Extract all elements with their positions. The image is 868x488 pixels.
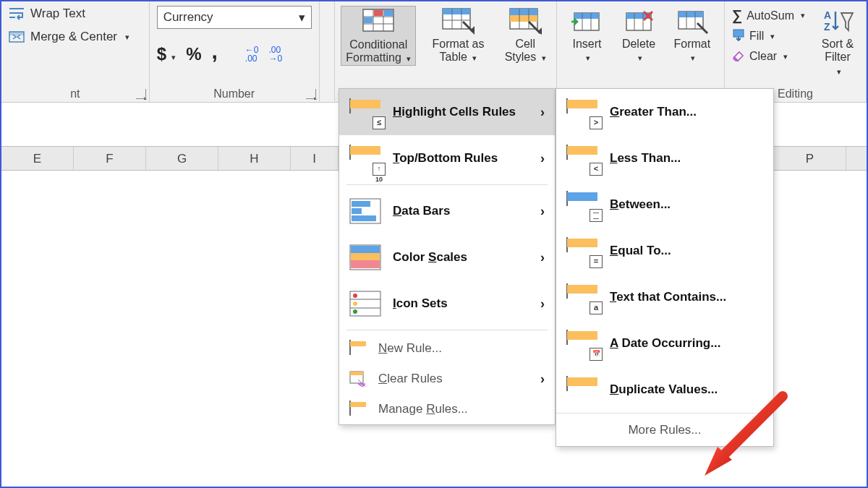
menu-item-between[interactable]: —— Between... xyxy=(556,181,773,228)
chevron-down-icon: ▾ xyxy=(783,52,788,61)
clear-button[interactable]: Clear ▾ xyxy=(732,48,805,64)
chevron-down-icon: ▾ xyxy=(770,32,775,41)
greater-than-icon: > xyxy=(566,99,598,125)
chevron-down-icon: ▾ xyxy=(638,53,642,62)
group-label-alignment: nt xyxy=(1,87,149,100)
format-as-table-button[interactable]: Format as Table ▾ xyxy=(427,6,488,64)
chevron-right-icon: › xyxy=(540,204,545,219)
column-header[interactable]: P xyxy=(774,147,846,170)
sort-filter-button[interactable]: AZ Sort & Filter ▾ xyxy=(817,6,859,77)
svg-rect-19 xyxy=(510,9,537,15)
top-bottom-icon: ↑10 xyxy=(349,145,381,171)
wrap-text-button[interactable]: Wrap Text xyxy=(9,6,85,22)
column-header[interactable]: E xyxy=(1,147,74,170)
column-header[interactable]: G xyxy=(146,147,218,170)
menu-item-new-rule[interactable]: New Rule... xyxy=(339,333,555,364)
svg-rect-1 xyxy=(9,12,20,14)
svg-rect-40 xyxy=(352,208,362,214)
chevron-right-icon: › xyxy=(540,250,545,265)
number-format-value: Currency xyxy=(163,10,213,25)
number-format-combo[interactable]: Currency ▾ xyxy=(157,6,312,29)
merge-center-label: Merge & Center xyxy=(30,30,117,44)
svg-rect-24 xyxy=(574,13,599,19)
accounting-format-button[interactable]: $ ▾ xyxy=(157,44,176,64)
clear-rules-icon xyxy=(349,371,367,387)
increase-decimal-button[interactable]: ←0.00 xyxy=(245,46,259,63)
svg-rect-2 xyxy=(9,17,15,18)
menu-item-clear-rules[interactable]: Clear Rules › xyxy=(339,364,555,394)
wrap-text-icon xyxy=(9,6,25,22)
highlight-cells-submenu: > Greater Than... < Less Than... —— Betw… xyxy=(556,88,774,447)
menu-item-top-bottom-rules[interactable]: ↑10 Top/Bottom Rules › xyxy=(339,135,555,181)
menu-item-manage-rules[interactable]: Manage Rules... xyxy=(339,394,555,424)
svg-rect-43 xyxy=(351,246,380,253)
decrease-decimal-button[interactable]: .00→0 xyxy=(269,46,283,63)
group-alignment: Wrap Text Merge & Center ▾ nt xyxy=(1,1,150,102)
column-header[interactable]: F xyxy=(74,147,146,170)
between-icon: —— xyxy=(566,192,598,218)
conditional-formatting-button[interactable]: Conditional Formatting ▾ xyxy=(341,6,416,66)
data-bars-icon xyxy=(349,198,381,224)
svg-point-49 xyxy=(353,294,357,298)
duplicate-values-icon xyxy=(566,377,598,403)
format-button[interactable]: Format ▾ xyxy=(670,6,715,64)
column-header[interactable]: H xyxy=(218,147,291,170)
insert-cells-icon xyxy=(570,7,603,35)
autosum-button[interactable]: ∑ AutoSum ▾ xyxy=(732,7,805,24)
menu-item-data-bars[interactable]: Data Bars › xyxy=(339,188,555,234)
group-styles: Conditional Formatting ▾ Format as Table… xyxy=(335,1,557,102)
date-occurring-icon: 📅 xyxy=(566,330,598,356)
svg-rect-11 xyxy=(364,17,373,23)
manage-rules-icon xyxy=(349,401,367,417)
delete-cells-icon xyxy=(622,7,655,35)
svg-text:Z: Z xyxy=(824,21,830,33)
svg-rect-39 xyxy=(352,201,370,207)
fill-button[interactable]: Fill ▾ xyxy=(732,28,805,44)
svg-rect-44 xyxy=(351,253,380,260)
menu-item-greater-than[interactable]: > Greater Than... xyxy=(556,89,773,135)
menu-item-date-occurring[interactable]: 📅 A Date Occurring... xyxy=(556,320,773,367)
menu-item-duplicate-values[interactable]: Duplicate Values... xyxy=(556,367,773,413)
menu-item-color-scales[interactable]: Color Scales › xyxy=(339,234,555,281)
equal-to-icon: = xyxy=(566,238,598,264)
icon-sets-icon xyxy=(349,291,381,317)
format-as-table-icon xyxy=(441,7,475,35)
conditional-formatting-menu: ≤ HHighlight Cells Rulesighlight Cells R… xyxy=(339,88,556,425)
chevron-down-icon: ▾ xyxy=(125,33,129,42)
svg-rect-35 xyxy=(733,30,744,37)
chevron-down-icon: ▾ xyxy=(691,53,695,62)
chevron-right-icon: › xyxy=(540,151,545,166)
color-scales-icon xyxy=(349,244,381,270)
menu-item-icon-sets[interactable]: Icon Sets › xyxy=(339,281,555,327)
svg-rect-32 xyxy=(678,12,703,17)
merge-center-icon xyxy=(9,29,25,45)
menu-item-highlight-cells-rules[interactable]: ≤ HHighlight Cells Rulesighlight Cells R… xyxy=(339,89,555,135)
svg-point-50 xyxy=(353,301,357,306)
comma-format-button[interactable]: , xyxy=(212,39,218,64)
insert-button[interactable]: Insert ▾ xyxy=(566,6,608,64)
merge-center-button[interactable]: Merge & Center ▾ xyxy=(9,29,129,45)
group-cells: Insert ▾ Delete ▾ Format ▾ Cells xyxy=(557,1,725,102)
menu-item-equal-to[interactable]: = Equal To... xyxy=(556,228,773,274)
sigma-icon: ∑ xyxy=(732,7,742,24)
svg-rect-14 xyxy=(443,9,470,14)
group-editing: ∑ AutoSum ▾ Fill ▾ Clear ▾ xyxy=(725,1,867,102)
text-contains-icon: a xyxy=(566,284,598,310)
dialog-launcher-icon[interactable] xyxy=(306,89,316,99)
dialog-launcher-icon[interactable] xyxy=(136,89,146,99)
delete-button[interactable]: Delete ▾ xyxy=(618,6,660,64)
eraser-icon xyxy=(732,48,745,64)
svg-rect-45 xyxy=(351,260,380,268)
chevron-down-icon: ▾ xyxy=(472,53,477,62)
menu-item-more-rules[interactable]: More Rules... xyxy=(556,413,773,446)
chevron-right-icon: › xyxy=(540,296,545,312)
percent-format-button[interactable]: % xyxy=(186,44,201,64)
wrap-text-label: Wrap Text xyxy=(30,7,85,21)
column-header[interactable]: I xyxy=(291,147,339,170)
chevron-right-icon: › xyxy=(540,105,545,120)
svg-rect-0 xyxy=(9,8,24,9)
cell-styles-button[interactable]: Cell Styles ▾ xyxy=(501,6,550,64)
ribbon: Wrap Text Merge & Center ▾ nt Currency ▾… xyxy=(1,1,867,103)
menu-item-less-than[interactable]: < Less Than... xyxy=(556,135,773,181)
menu-item-text-contains[interactable]: a Text that Contains... xyxy=(556,274,773,320)
